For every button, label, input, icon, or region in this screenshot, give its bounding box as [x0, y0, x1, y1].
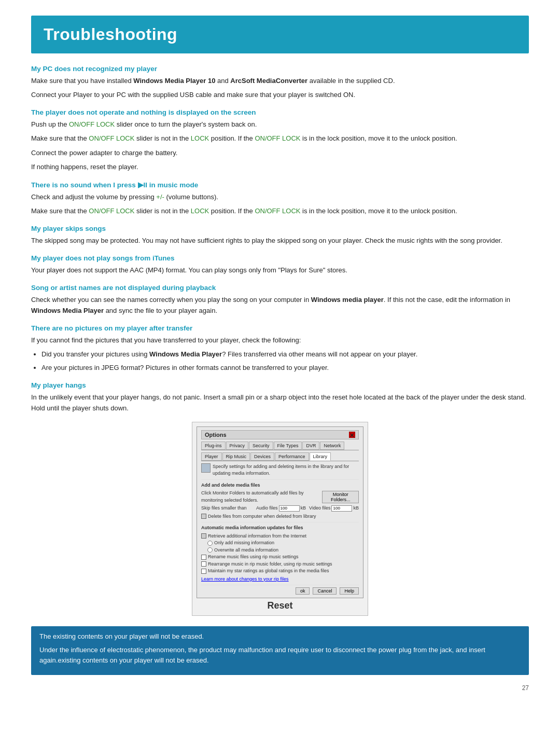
- dialog-titlebar: Options ✕: [201, 430, 359, 439]
- rename-checkbox[interactable]: [201, 555, 206, 560]
- audio-unit: kB: [301, 505, 306, 512]
- list-item-pictures-2: Are your pictures in JPEG format? Pictur…: [41, 363, 529, 374]
- options-dialog-screenshot: Options ✕ Plug-ins Privacy Security File…: [192, 422, 368, 616]
- subtab-player[interactable]: Player: [201, 452, 222, 461]
- para-operate-1: Push up the ON/OFF LOCK slider once to t…: [31, 119, 529, 130]
- para-pictures-1: If you cannot find the pictures that you…: [31, 335, 529, 346]
- subtab-performance[interactable]: Performance: [275, 452, 309, 461]
- options-dialog-inner: Options ✕ Plug-ins Privacy Security File…: [197, 426, 363, 599]
- rename-label: Rename music files using rip music setti…: [208, 554, 299, 561]
- ok-btn[interactable]: ok: [296, 587, 310, 595]
- maintain-check-row: Maintain my star ratings as global ratin…: [201, 568, 359, 575]
- para-pc-1: Make sure that you have installed Window…: [31, 76, 529, 86]
- section-title-pictures: There are no pictures on my player after…: [31, 324, 529, 332]
- para-operate-2: Make sure that the ON/OFF LOCK slider is…: [31, 133, 529, 144]
- page-title: Troubleshooting: [44, 25, 516, 44]
- only-adding-label: Only add missing information: [214, 540, 274, 547]
- section-title-artist: Song or artist names are not displayed d…: [31, 284, 529, 292]
- section-title-operate: The player does not operate and nothing …: [31, 108, 529, 116]
- tab-dvr[interactable]: DVR: [302, 442, 319, 450]
- dialog-sub-tabs: Player Rip Music Devices Performance Lib…: [201, 452, 359, 461]
- para-artist-1: Check whether you can see the names corr…: [31, 295, 529, 315]
- section-pc-not-recognized: My PC does not recognized my player Make…: [31, 65, 529, 100]
- retrieve-checkbox[interactable]: [201, 533, 206, 539]
- overwrite-label: Overwrite all media information: [214, 547, 278, 554]
- rearrange-check-row: Rearrange music in rip music folder, usi…: [201, 561, 359, 568]
- monitor-folders-btn[interactable]: Monitor Folders...: [322, 491, 359, 503]
- tab-security[interactable]: Security: [249, 442, 273, 450]
- tab-filetypes[interactable]: File Types: [274, 442, 302, 450]
- tab-plugins[interactable]: Plug-ins: [201, 442, 226, 450]
- highlight-onoff-5: ON/OFF LOCK: [255, 207, 300, 215]
- add-delete-label: Add and delete media files: [201, 482, 359, 489]
- section-title-hangs: My player hangs: [31, 381, 529, 389]
- delete-checkbox[interactable]: [201, 514, 206, 519]
- subtab-library[interactable]: Library: [310, 452, 331, 461]
- tab-network[interactable]: Network: [320, 442, 344, 450]
- maintain-label: Maintain my star ratings as global ratin…: [208, 568, 329, 575]
- section-hangs: My player hangs In the unlikely event th…: [31, 381, 529, 413]
- list-item-pictures-1: Did you transfer your pictures using Win…: [41, 349, 529, 360]
- overwrite-radio[interactable]: [207, 547, 213, 553]
- para-hangs-1: In the unlikely event that your player h…: [31, 392, 529, 413]
- skip-label: Skip files smaller than: [201, 505, 247, 512]
- video-unit: kB: [353, 505, 359, 512]
- subtab-ripmusic[interactable]: Rip Music: [222, 452, 250, 461]
- highlight-lock-2: LOCK: [191, 207, 209, 215]
- section-title-itunes: My player does not play songs from iTune…: [31, 254, 529, 262]
- audio-label: Audio files: [256, 505, 278, 512]
- page-number: 27: [31, 684, 529, 692]
- only-adding-row: Only add missing information: [207, 540, 359, 547]
- audio-files-input[interactable]: [279, 505, 300, 512]
- rearrange-checkbox[interactable]: [201, 561, 206, 567]
- auto-update-label: Automatic media information updates for …: [201, 525, 359, 532]
- para-itunes-1: Your player does not support the AAC (MP…: [31, 265, 529, 275]
- note-box: The existing contents on your player wil…: [31, 626, 529, 674]
- para-sound-1: Check and adjust the volume by pressing …: [31, 192, 529, 202]
- para-sound-2: Make sure that the ON/OFF LOCK slider is…: [31, 206, 529, 216]
- section-no-sound: There is no sound when I press ▶II in mu…: [31, 181, 529, 216]
- rename-check-row: Rename music files using rip music setti…: [201, 554, 359, 561]
- section-title-sound: There is no sound when I press ▶II in mu…: [31, 181, 529, 189]
- section-skips: My player skips songs The skipped song m…: [31, 225, 529, 246]
- para-operate-3: Connect the power adapter to charge the …: [31, 148, 529, 158]
- highlight-lock-1: LOCK: [191, 134, 209, 142]
- para-pc-2: Connect your Player to your PC with the …: [31, 90, 529, 100]
- subtab-devices[interactable]: Devices: [250, 452, 274, 461]
- note-line-2: Under the influence of electrostatic phe…: [39, 645, 521, 666]
- section-artist: Song or artist names are not displayed d…: [31, 284, 529, 315]
- pictures-bullet-list: Did you transfer your pictures using Win…: [41, 349, 529, 374]
- rearrange-label: Rearrange music in rip music folder, usi…: [208, 561, 332, 568]
- reset-label: Reset: [197, 600, 363, 611]
- section-title-skips: My player skips songs: [31, 225, 529, 232]
- only-adding-radio[interactable]: [207, 541, 213, 546]
- monitor-text: Click Monitor Folders to automatically a…: [201, 490, 322, 504]
- tab-privacy[interactable]: Privacy: [226, 442, 249, 450]
- highlight-onoff-2: ON/OFF LOCK: [89, 134, 134, 142]
- library-icon: [201, 463, 211, 473]
- retrieve-label: Retrieve additional information from the…: [208, 533, 306, 540]
- note-line-1: The existing contents on your player wil…: [39, 631, 521, 642]
- delete-check-row: Delete files from computer when deleted …: [201, 513, 359, 520]
- learn-more-link[interactable]: Learn more about changes to your rip fil…: [201, 576, 359, 583]
- monitor-row: Click Monitor Folders to automatically a…: [201, 490, 359, 504]
- video-files-input[interactable]: [331, 505, 352, 512]
- dialog-content: Specify settings for adding and deleting…: [201, 463, 359, 595]
- dialog-main-tabs: Plug-ins Privacy Security File Types DVR…: [201, 442, 359, 450]
- dialog-close-btn[interactable]: ✕: [349, 432, 355, 438]
- retrieve-check-row: Retrieve additional information from the…: [201, 533, 359, 540]
- para-operate-4: If nothing happens, reset the player.: [31, 162, 529, 172]
- video-label: Video files: [309, 505, 330, 512]
- section-itunes: My player does not play songs from iTune…: [31, 254, 529, 275]
- cancel-btn[interactable]: Cancel: [313, 587, 337, 595]
- highlight-onoff-1: ON/OFF LOCK: [69, 120, 115, 128]
- help-btn[interactable]: Help: [340, 587, 359, 595]
- highlight-plus-minus: +/-: [156, 193, 164, 201]
- section-title-pc: My PC does not recognized my player: [31, 65, 529, 73]
- section-player-not-operate: The player does not operate and nothing …: [31, 108, 529, 172]
- maintain-checkbox[interactable]: [201, 569, 206, 574]
- para-skips-1: The skipped song may be protected. You m…: [31, 236, 529, 246]
- header-banner: Troubleshooting: [31, 16, 529, 53]
- section-pictures: There are no pictures on my player after…: [31, 324, 529, 374]
- skip-files-row: Skip files smaller than Audio files kB V…: [201, 505, 359, 512]
